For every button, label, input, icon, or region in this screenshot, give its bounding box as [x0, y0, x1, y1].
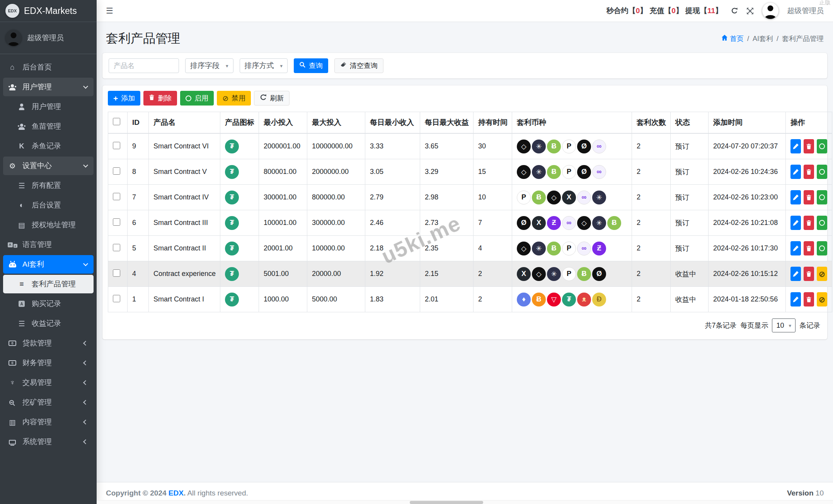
matic-coin-icon: ∞ — [592, 140, 606, 153]
main-area: ☰ 秒合约【0】充值【0】提现【11】 超级管理员 套利产品管理 首页 / AI… — [97, 0, 833, 504]
sidebar-item-收益记录[interactable]: ☰收益记录 — [3, 314, 94, 333]
footer-brand-link[interactable]: EDX — [169, 489, 184, 497]
robot-icon — [7, 261, 18, 267]
delete-row-button[interactable] — [804, 292, 814, 306]
daily-max-income: 3.65 — [420, 133, 474, 159]
delete-button[interactable]: 删除 — [143, 91, 177, 106]
row-checkbox[interactable] — [113, 269, 120, 277]
enable-row-button[interactable] — [817, 241, 827, 255]
enable-row-button[interactable] — [817, 190, 827, 204]
usdt-coin-icon: ₮ — [225, 267, 239, 281]
disable-button[interactable]: ⊘禁用 — [217, 91, 251, 106]
edit-button[interactable] — [790, 267, 801, 281]
sidebar-item-杀鱼记录[interactable]: K杀鱼记录 — [3, 137, 94, 155]
enable-row-button[interactable] — [817, 139, 827, 153]
add-button[interactable]: +添加 — [108, 91, 140, 106]
dot-coin-icon: P — [562, 267, 576, 281]
search-button[interactable]: 查询 — [294, 58, 328, 73]
chevron-left-icon — [83, 420, 88, 425]
sidebar-item-内容管理[interactable]: ▥内容管理 — [3, 413, 94, 431]
sidebar-user-name[interactable]: 超级管理员 — [27, 33, 64, 43]
row-checkbox[interactable] — [113, 167, 120, 175]
shib-coin-icon: ᴥ — [577, 293, 591, 306]
daily-max-income: 2.73 — [420, 210, 474, 236]
delete-row-button[interactable] — [804, 216, 814, 230]
sidebar-item-贷款管理[interactable]: 0贷款管理 — [3, 334, 94, 352]
row-checkbox[interactable] — [113, 218, 120, 226]
delete-row-button[interactable] — [804, 190, 814, 204]
delete-row-button[interactable] — [804, 165, 814, 179]
column-header-ID: ID — [128, 112, 149, 134]
select-all-checkbox[interactable] — [113, 118, 120, 125]
delete-row-button[interactable] — [804, 241, 814, 255]
sidebar-item-用户管理[interactable]: 用户管理 — [3, 78, 94, 96]
card-icon: ▤ — [16, 221, 27, 230]
added-time: 2024-01-18 22:50:56 — [709, 287, 786, 312]
enable-row-button[interactable] — [817, 216, 827, 230]
menu-toggle-icon[interactable]: ☰ — [106, 6, 113, 15]
delete-row-button[interactable] — [804, 267, 814, 281]
money-icon: 0 — [7, 360, 18, 366]
arbitrage-coins: ◇✳ɃPØ∞ — [517, 165, 627, 179]
sidebar-item-系统管理[interactable]: 系统管理 — [3, 432, 94, 451]
sidebar-item-鱼苗管理[interactable]: 鱼苗管理 — [3, 117, 94, 136]
sort-field-select[interactable]: 排序字段▾ — [185, 58, 233, 73]
sidebar-item-语言管理[interactable]: Az语言管理 — [3, 235, 94, 254]
row-checkbox[interactable] — [113, 244, 120, 251]
product-name: Smart Contract V — [149, 159, 220, 185]
sidebar-item-用户管理[interactable]: 用户管理 — [3, 97, 94, 116]
breadcrumb-home-link[interactable]: 首页 — [721, 34, 744, 43]
edit-button[interactable] — [790, 292, 801, 306]
brand-name: EDX-Markets — [24, 6, 77, 16]
sidebar-item-AI套利[interactable]: AI套利 — [3, 255, 94, 274]
clear-search-button[interactable]: 清空查询 — [334, 58, 383, 73]
sidebar-item-财务管理[interactable]: 0财务管理 — [3, 354, 94, 372]
edit-button[interactable] — [790, 190, 801, 204]
disable-row-button[interactable]: ⊘ — [817, 267, 827, 281]
table-row: 9Smart Contract VI₮2000001.0010000000.00… — [108, 133, 832, 159]
sidebar-item-挖矿管理[interactable]: 挖矿管理 — [3, 393, 94, 412]
product-icon-cell: ₮ — [220, 185, 259, 210]
refresh-icon[interactable] — [731, 7, 738, 14]
fullscreen-icon[interactable] — [746, 7, 754, 15]
sidebar-item-后台设置[interactable]: ◐后台设置 — [3, 196, 94, 215]
breadcrumb-section[interactable]: AI套利 — [753, 34, 773, 43]
row-checkbox[interactable] — [113, 295, 120, 302]
sidebar-item-购买记录[interactable]: A购买记录 — [3, 295, 94, 313]
edit-button[interactable] — [790, 216, 801, 230]
sidebar-item-后台首页[interactable]: ⌂后台首页 — [3, 58, 94, 77]
row-checkbox[interactable] — [113, 193, 120, 200]
disable-row-button[interactable]: ⊘ — [817, 292, 827, 306]
atom-coin-icon: ✳ — [592, 216, 606, 230]
topbar-username[interactable]: 超级管理员 — [787, 6, 824, 16]
sidebar-item-授权地址管理[interactable]: ▤授权地址管理 — [3, 216, 94, 234]
status-text: 预订 — [671, 210, 709, 236]
zec-coin-icon: Ƶ — [592, 242, 606, 255]
enable-button[interactable]: 启用 — [180, 91, 214, 106]
dot-coin-icon: P — [562, 165, 576, 179]
matic-coin-icon: ∞ — [577, 242, 591, 255]
hold-time: 7 — [474, 210, 512, 236]
table-row: 8Smart Contract V₮800001.002000000.003.0… — [108, 159, 832, 185]
sidebar-item-套利产品管理[interactable]: ≡套利产品管理 — [3, 275, 94, 293]
enable-row-button[interactable] — [817, 165, 827, 179]
edit-button[interactable] — [790, 165, 801, 179]
edit-button[interactable] — [790, 139, 801, 153]
delete-row-button[interactable] — [804, 139, 814, 153]
user-avatar[interactable] — [762, 3, 778, 19]
scrollbar-thumb[interactable] — [410, 501, 483, 504]
per-page-select[interactable]: 10 ▾ — [772, 318, 796, 332]
min-invest: 1000.00 — [259, 287, 307, 312]
product-name: Smart Contract I — [149, 287, 220, 312]
sidebar-item-交易管理[interactable]: ♆交易管理 — [3, 373, 94, 392]
sidebar-item-设置中心[interactable]: ⚙设置中心 — [3, 157, 94, 175]
max-invest: 10000000.00 — [307, 133, 365, 159]
product-name-input[interactable] — [109, 58, 179, 73]
row-checkbox[interactable] — [113, 142, 120, 149]
refresh-button[interactable]: 刷新 — [254, 91, 290, 106]
sidebar-item-所有配置[interactable]: ☰所有配置 — [3, 176, 94, 195]
edit-button[interactable] — [790, 241, 801, 255]
sort-order-select[interactable]: 排序方式▾ — [240, 58, 288, 73]
brand[interactable]: EDX EDX-Markets — [0, 0, 97, 22]
horizontal-scrollbar[interactable] — [97, 500, 833, 504]
